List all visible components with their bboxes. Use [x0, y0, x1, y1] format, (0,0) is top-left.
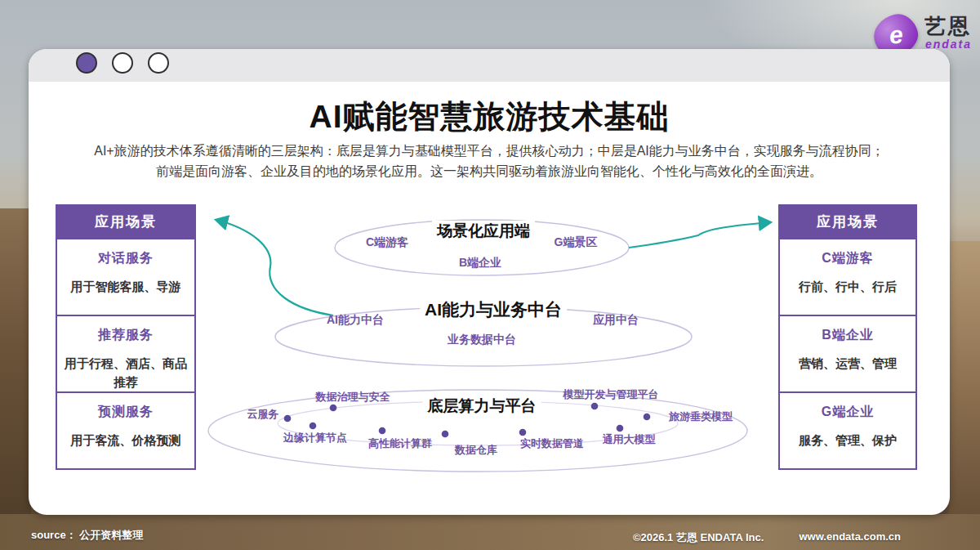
tech-node-dot: [284, 415, 292, 423]
layer3-item-model-dev-platform: 模型开发与管理平台: [564, 387, 659, 402]
logo-letter: e: [888, 20, 904, 50]
logo-name-cn: 艺恩: [924, 15, 972, 38]
layer3-item-general-llm: 通用大模型: [603, 432, 656, 447]
footer-copyright: ©2026.1 艺恩 ENDATA Inc.: [633, 530, 764, 545]
slide-card: AI赋能智慧旅游技术基础 AI+旅游的技术体系遵循清晰的三层架构：底层是算力与基…: [29, 49, 950, 515]
footer-source: source： 公开资料整理: [31, 528, 143, 543]
layer3-item-data-governance: 数据治理与安全: [316, 390, 390, 405]
layer1-item-b-enterprise: B端企业: [459, 256, 501, 271]
tech-node-dot: [591, 403, 599, 410]
background-mountain-left: [0, 208, 31, 550]
tech-node-dot: [519, 429, 527, 436]
layer3-item-cloud-service: 云服务: [247, 407, 279, 422]
layer3-title: 底层算力与平台: [423, 396, 541, 417]
layer1-title: 场景化应用端: [432, 221, 535, 242]
footer-website-link[interactable]: www.endata.com.cn: [800, 530, 902, 543]
arrow-to-right-panel: [629, 222, 770, 248]
background-mountain-right: [949, 241, 980, 550]
tech-node-dot: [617, 425, 624, 432]
logo-text: 艺恩 endata: [924, 15, 972, 51]
tech-node-dot: [330, 405, 337, 412]
layer1-item-c-tourist: C端游客: [366, 235, 408, 250]
arrow-to-left-panel: [216, 220, 333, 315]
layer1-item-g-scenic: G端景区: [555, 235, 598, 250]
layer2-item-ai-middle-platform: AI能力中台: [327, 313, 384, 328]
tech-node-dot: [310, 423, 317, 430]
layer3-item-realtime-pipeline: 实时数据管道: [520, 436, 584, 451]
layer3-item-data-warehouse: 数据仓库: [455, 443, 497, 458]
layer2-item-business-data-platform: 业务数据中台: [448, 333, 516, 347]
tech-node-dot: [442, 431, 449, 438]
tech-node-dot: [379, 427, 386, 435]
layer3-item-tourism-vertical-model: 旅游垂类模型: [669, 409, 733, 424]
layer2-title: AI能力与业务中台: [420, 298, 567, 321]
layer3-item-hpc-cluster: 高性能计算群: [368, 436, 432, 451]
layer3-item-edge-computing: 边缘计算节点: [283, 431, 347, 445]
tech-node-dot: [644, 414, 651, 421]
layer2-item-app-middle-platform: 应用中台: [593, 313, 639, 328]
